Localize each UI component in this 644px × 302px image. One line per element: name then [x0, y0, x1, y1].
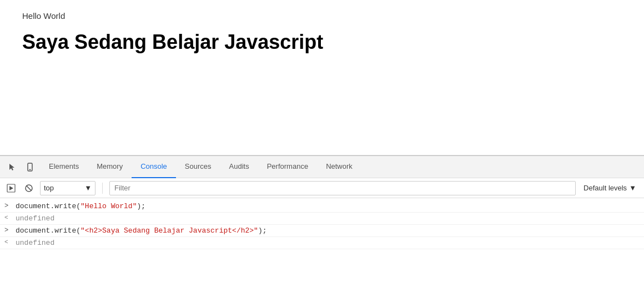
devtools-toolbar: top ▼ Default levels ▼: [0, 178, 644, 198]
filter-input[interactable]: [109, 181, 576, 195]
undefined-value: undefined: [16, 214, 54, 223]
string-literal: "Hello World": [80, 202, 137, 210]
mobile-icon-button[interactable]: [22, 159, 38, 175]
svg-line-5: [27, 185, 32, 190]
context-dropdown-icon: ▼: [84, 184, 92, 192]
context-value: top: [44, 184, 82, 192]
console-line: > document.write("<h2>Saya Sedang Belaja…: [0, 225, 644, 237]
console-input-prefix: >: [4, 202, 16, 210]
console-output: > document.write("Hello World"); < undef…: [0, 198, 644, 302]
default-levels-button[interactable]: Default levels ▼: [580, 184, 640, 192]
tab-network[interactable]: Network: [317, 156, 361, 178]
toolbar-divider: [102, 183, 103, 194]
page-title: Hello World: [22, 11, 622, 21]
console-output-text: undefined: [16, 239, 640, 247]
code-text: document.write(: [16, 202, 80, 210]
context-selector[interactable]: top ▼: [40, 181, 95, 195]
code-text: );: [137, 202, 145, 210]
code-text: document.write(: [16, 226, 80, 235]
tab-performance[interactable]: Performance: [258, 156, 317, 178]
console-input-text: document.write("Hello World");: [16, 202, 640, 210]
tab-audits[interactable]: Audits: [220, 156, 258, 178]
console-line: < undefined: [0, 237, 644, 249]
block-icon-button[interactable]: [22, 182, 36, 195]
console-output-text: undefined: [16, 214, 640, 223]
tab-elements[interactable]: Elements: [40, 156, 88, 178]
console-output-prefix: <: [4, 239, 16, 245]
console-input-text: document.write("<h2>Saya Sedang Belajar …: [16, 226, 640, 235]
devtools-tab-bar: Elements Memory Console Sources Audits P…: [0, 156, 644, 178]
code-text: );: [258, 226, 267, 235]
tab-console[interactable]: Console: [132, 156, 176, 178]
execute-button[interactable]: [4, 182, 18, 195]
devtools-panel: Elements Memory Console Sources Audits P…: [0, 155, 644, 302]
string-literal: "<h2>Saya Sedang Belajar Javascript</h2>…: [80, 226, 258, 235]
undefined-value: undefined: [16, 239, 54, 247]
tab-memory[interactable]: Memory: [88, 156, 132, 178]
console-output-prefix: <: [4, 214, 16, 221]
default-levels-chevron-icon: ▼: [629, 184, 636, 192]
svg-marker-3: [9, 186, 13, 190]
cursor-icon-button[interactable]: [4, 159, 20, 175]
console-line: > document.write("Hello World");: [0, 200, 644, 213]
page-content: Hello World Saya Sedang Belajar Javascri…: [0, 0, 644, 155]
console-line: < undefined: [0, 213, 644, 225]
console-input-prefix: >: [4, 226, 16, 234]
tab-sources[interactable]: Sources: [176, 156, 220, 178]
page-heading: Saya Sedang Belajar Javascript: [22, 31, 622, 54]
